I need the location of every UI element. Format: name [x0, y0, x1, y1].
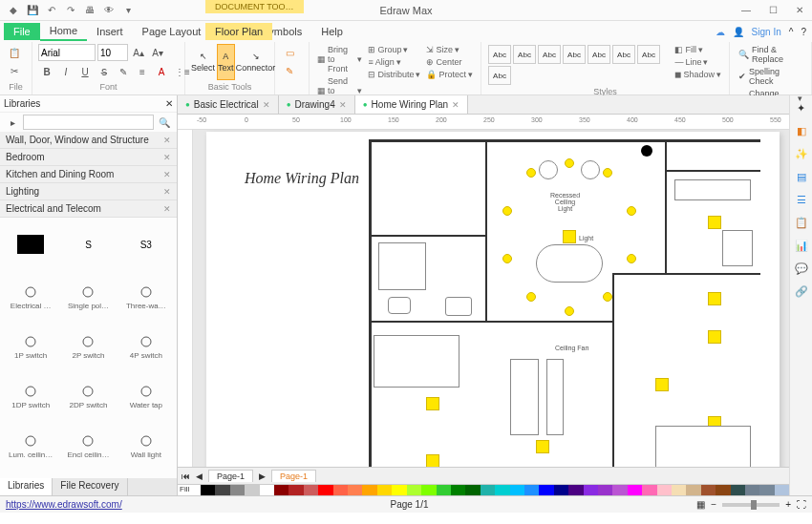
redo-icon[interactable]: ↷ [63, 3, 78, 18]
underline-button[interactable]: U [76, 63, 94, 80]
comment-icon[interactable]: 💬 [793, 260, 810, 277]
ruler-vertical[interactable] [178, 130, 193, 467]
shape-item-7[interactable]: 2DP switch [61, 372, 115, 418]
close-icon[interactable]: ✕ [791, 4, 808, 17]
style-preset-3[interactable]: Abc [563, 45, 586, 64]
view-mode-icon[interactable]: ▦ [696, 499, 705, 510]
doc-tab-1[interactable]: ●Drawing4✕ [279, 95, 355, 114]
color-swatch-21[interactable] [510, 485, 524, 495]
zoom-in-icon[interactable]: + [785, 499, 791, 510]
close-icon[interactable]: ✕ [163, 136, 171, 145]
lib-category-2[interactable]: Kitchen and Dining Room✕ [0, 166, 177, 183]
cut-icon[interactable]: ✂ [6, 62, 23, 79]
color-swatch-30[interactable] [642, 485, 656, 495]
bold-button[interactable]: B [38, 63, 55, 80]
pen-tool-icon[interactable]: ✎ [281, 62, 298, 79]
color-swatch-14[interactable] [407, 485, 421, 495]
save-icon[interactable]: 💾 [25, 3, 40, 18]
fit-page-icon[interactable]: ⛶ [797, 499, 806, 510]
bring-to-front[interactable]: ▦ Bring to Front ▾ [315, 44, 364, 74]
status-url[interactable]: https://www.edrawsoft.com/ [6, 499, 122, 510]
style-preset-0[interactable]: Abc [488, 45, 511, 64]
color-swatch-16[interactable] [437, 485, 451, 495]
shape-item-8[interactable]: Water tap [119, 372, 173, 418]
color-swatch-25[interactable] [568, 485, 583, 495]
line-button[interactable]: — Line▾ [673, 56, 723, 68]
align-left-icon[interactable]: ≡ [134, 63, 151, 80]
close-icon[interactable]: ✕ [163, 204, 171, 214]
style-gallery[interactable]: AbcAbcAbcAbcAbcAbcAbcAbc [487, 44, 671, 86]
style-preset-2[interactable]: Abc [538, 45, 561, 64]
shape-item-12[interactable]: Circuit br… [4, 472, 57, 478]
font-size-select[interactable] [97, 44, 128, 61]
lib-category-0[interactable]: Wall, Door, Window and Structure✕ [0, 132, 177, 149]
maximize-icon[interactable]: ☐ [764, 4, 781, 17]
find-replace[interactable]: 🔍 Find & Replace [736, 44, 805, 65]
color-swatch-15[interactable] [421, 485, 436, 495]
color-swatch-5[interactable] [274, 485, 288, 495]
color-swatch-37[interactable] [745, 485, 759, 495]
group[interactable]: ⊞ Group▾ [366, 44, 422, 55]
effects-icon[interactable]: ✨ [793, 145, 810, 162]
shape-item-14[interactable]: Light bar [119, 472, 173, 478]
preview-icon[interactable]: 👁 [101, 3, 117, 18]
clipboard-icon[interactable]: 📋 [793, 214, 810, 231]
page-nav-next-icon[interactable]: ▶ [259, 472, 266, 481]
color-swatch-24[interactable] [554, 485, 568, 495]
style-preset-5[interactable]: Abc [612, 45, 635, 64]
color-swatch-29[interactable] [628, 485, 642, 495]
lib-add-icon[interactable]: ▸ [4, 114, 21, 131]
style-preset-6[interactable]: Abc [637, 45, 660, 64]
user-icon[interactable]: 👤 [733, 27, 744, 37]
zoom-out-icon[interactable]: − [711, 499, 716, 510]
color-swatch-12[interactable] [377, 485, 392, 495]
italic-button[interactable]: I [57, 63, 75, 80]
color-swatch-20[interactable] [495, 485, 509, 495]
close-icon[interactable]: ✕ [452, 100, 459, 110]
color-swatch-3[interactable] [245, 485, 259, 495]
color-swatch-35[interactable] [716, 485, 730, 495]
color-swatch-13[interactable] [392, 485, 406, 495]
close-icon[interactable]: ✕ [339, 100, 347, 110]
center[interactable]: ⊕ Center [424, 56, 475, 68]
print-icon[interactable]: 🖶 [82, 3, 97, 18]
color-swatch-32[interactable] [672, 485, 686, 495]
doc-tab-2[interactable]: ●Home Wiring Plan✕ [355, 95, 468, 114]
layers-icon[interactable]: ▤ [793, 168, 810, 185]
shape-item-0[interactable]: Electrical … [4, 273, 57, 319]
link-icon[interactable]: 🔗 [793, 283, 810, 300]
text-tool[interactable]: AText [217, 44, 235, 80]
canvas-viewport[interactable]: Home Wiring Plan [178, 130, 789, 467]
color-swatch-6[interactable] [288, 485, 303, 495]
color-swatch-27[interactable] [598, 485, 612, 495]
ribbon-collapse-icon[interactable]: ^ [789, 27, 794, 37]
select-tool[interactable]: ↖Select [191, 44, 215, 80]
page-nav-first-icon[interactable]: ⏮ [182, 472, 190, 481]
menu-file[interactable]: File [4, 23, 40, 40]
properties-icon[interactable]: ☰ [793, 191, 810, 208]
shape-item-4[interactable]: 2P switch [61, 323, 115, 368]
style-preset-7[interactable]: Abc [488, 66, 511, 85]
close-icon[interactable]: ✕ [263, 100, 270, 110]
connector-tool[interactable]: ↘Connector [237, 44, 275, 80]
close-icon[interactable]: ✕ [163, 187, 171, 197]
doc-tab-0[interactable]: ●Basic Electrical✕ [178, 95, 279, 114]
style-preset-1[interactable]: Abc [513, 45, 536, 64]
strike-button[interactable]: S̶ [96, 63, 113, 80]
page-nav-prev-icon[interactable]: ◀ [196, 472, 203, 481]
shape-item-11[interactable]: Wall light [119, 422, 173, 468]
align[interactable]: ≡ Align▾ [366, 56, 422, 68]
contextual-tab-floorplan[interactable]: Floor Plan [205, 23, 272, 40]
shadow-button[interactable]: ◼ Shadow▾ [673, 69, 723, 80]
color-swatch-18[interactable] [465, 485, 480, 495]
color-swatch-33[interactable] [686, 485, 700, 495]
decrease-font-icon[interactable]: A▾ [149, 44, 166, 61]
lib-category-3[interactable]: Lighting✕ [0, 183, 177, 200]
color-swatch-8[interactable] [318, 485, 332, 495]
color-swatch-0[interactable] [201, 485, 215, 495]
color-swatch-1[interactable] [215, 485, 229, 495]
tab-libraries[interactable]: Libraries [0, 478, 53, 495]
app-icon[interactable]: ◆ [6, 3, 21, 18]
color-swatch-34[interactable] [701, 485, 716, 495]
shape-item-13[interactable]: Multi-ligh… [61, 472, 115, 478]
